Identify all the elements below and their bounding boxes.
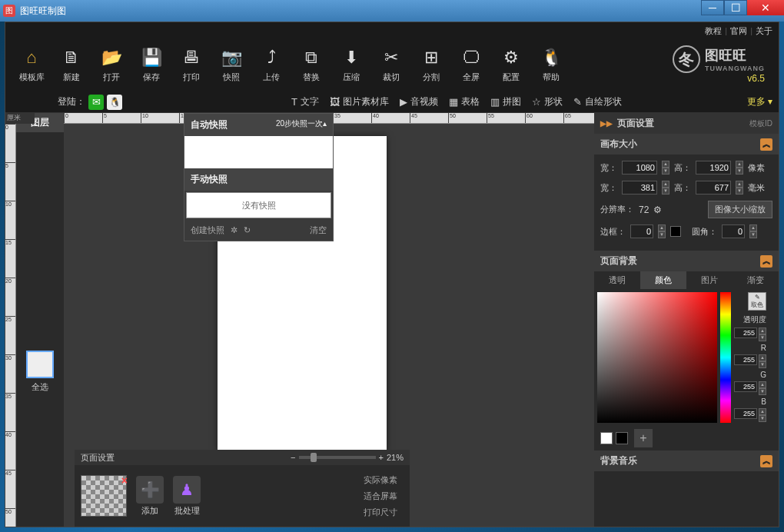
- music-title: 背景音乐: [600, 454, 637, 467]
- wechat-login-button[interactable]: ✉: [88, 95, 104, 110]
- save-button[interactable]: 💾保存: [131, 42, 171, 88]
- border-spinner[interactable]: ▲▼: [658, 224, 666, 238]
- radius-spinner[interactable]: ▲▼: [749, 224, 757, 238]
- split-button[interactable]: ⊞分割: [411, 42, 451, 88]
- g-input[interactable]: [734, 381, 757, 392]
- secondary-toolbar: 登陆： ✉ 🐧 T文字🖼图片素材库▶音视频▦表格▥拼图☆形状✎自绘形状 更多 ▾: [5, 91, 779, 113]
- audio-video-button[interactable]: ▶音视频: [400, 95, 438, 108]
- hue-slider[interactable]: [720, 292, 731, 423]
- page-thumbnail[interactable]: ×: [81, 475, 127, 517]
- snapshot-button[interactable]: 📷快照: [211, 42, 251, 88]
- radius-input[interactable]: [722, 224, 745, 238]
- compress-button[interactable]: ⬇压缩: [331, 42, 371, 88]
- template-lib-button[interactable]: ⌂模板库: [12, 42, 51, 88]
- auto-snapshot-header: 自动快照: [191, 118, 228, 131]
- layers-list: 全选: [16, 132, 64, 527]
- table-button[interactable]: ▦表格: [449, 95, 480, 108]
- help-button[interactable]: 🐧帮助: [531, 42, 571, 88]
- view-mode-option[interactable]: 适合屏幕: [364, 490, 397, 502]
- height-label: 高：: [674, 162, 691, 174]
- border-color-swatch[interactable]: [670, 226, 681, 237]
- app-icon: 图: [3, 5, 15, 17]
- dpi-gear-icon[interactable]: ⚙: [653, 204, 662, 215]
- clear-snapshots-button[interactable]: 清空: [310, 224, 327, 236]
- zoom-out-button[interactable]: −: [291, 453, 295, 462]
- puzzle-button[interactable]: ▥拼图: [490, 95, 521, 108]
- fullscreen-button[interactable]: 🖵全屏: [451, 42, 491, 88]
- collapse-music-icon[interactable]: ︽: [760, 455, 772, 467]
- page-strip: × ➕ 添加 ♟ 批处理 实际像素适合屏幕打印尺寸: [75, 465, 410, 527]
- view-mode-option[interactable]: 实际像素: [364, 474, 397, 486]
- delete-page-icon[interactable]: ×: [121, 474, 128, 487]
- view-mode-option[interactable]: 打印尺寸: [364, 507, 397, 518]
- close-button[interactable]: ✕: [747, 0, 784, 15]
- eyedropper-button[interactable]: ✎取色: [748, 292, 766, 311]
- tab-gradient[interactable]: 渐变: [733, 271, 779, 289]
- snapshot-refresh-icon[interactable]: ↻: [244, 225, 251, 235]
- layer-thumbnail[interactable]: [26, 351, 54, 378]
- background-tabs: 透明 颜色 图片 渐变: [594, 271, 779, 289]
- text-button[interactable]: T文字: [291, 95, 319, 108]
- tutorial-link[interactable]: 教程: [705, 25, 722, 37]
- print-button[interactable]: 🖶打印: [171, 42, 211, 88]
- more-button[interactable]: 更多 ▾: [747, 95, 772, 108]
- width-px-input[interactable]: [622, 161, 657, 175]
- create-snapshot-button[interactable]: 创建快照: [191, 224, 224, 236]
- shape-button[interactable]: ☆形状: [532, 95, 563, 108]
- auto-snapshot-body: [184, 136, 333, 168]
- maximize-button[interactable]: ☐: [724, 0, 747, 15]
- collapse-arrow-icon[interactable]: ▶▶: [600, 119, 613, 128]
- open-button[interactable]: 📂打开: [91, 42, 131, 88]
- tab-transparent[interactable]: 透明: [594, 271, 640, 289]
- auto-snapshot-setting[interactable]: 20步快照一次▴: [276, 118, 327, 131]
- width-mm-spinner[interactable]: ▲▼: [662, 181, 669, 195]
- upload-button[interactable]: ⤴上传: [251, 42, 291, 88]
- height-mm-input[interactable]: [696, 181, 731, 195]
- zoom-slider[interactable]: [299, 456, 376, 459]
- tab-image[interactable]: 图片: [686, 271, 733, 289]
- radius-label: 圆角：: [692, 226, 717, 238]
- height-px-input[interactable]: [696, 161, 731, 175]
- opacity-input[interactable]: [734, 328, 757, 338]
- tab-color[interactable]: 颜色: [640, 271, 686, 289]
- freehand-button[interactable]: ✎自绘形状: [573, 95, 622, 108]
- add-swatch-button[interactable]: +: [634, 429, 653, 447]
- height-px-spinner[interactable]: ▲▼: [736, 161, 743, 175]
- new-button[interactable]: 🗎新建: [51, 42, 91, 88]
- brand-logo: 冬 图旺旺 TUWANGWANG v6.5: [673, 45, 772, 84]
- config-button[interactable]: ⚙配置: [491, 42, 531, 88]
- swatch-white[interactable]: [600, 432, 613, 444]
- border-input[interactable]: [630, 224, 653, 238]
- width-px-spinner[interactable]: ▲▼: [662, 161, 669, 175]
- b-input[interactable]: [734, 408, 757, 419]
- select-all-button[interactable]: 全选: [19, 381, 61, 393]
- snapshot-gear-icon[interactable]: ✲: [231, 225, 238, 235]
- replace-button[interactable]: ⧉替换: [291, 42, 331, 88]
- template-id-label[interactable]: 模板ID: [749, 118, 772, 129]
- minimize-button[interactable]: ─: [701, 0, 724, 15]
- collapse-section-icon[interactable]: ︽: [760, 138, 772, 151]
- swatch-black[interactable]: [616, 432, 628, 444]
- image-lib-button[interactable]: 🖼图片素材库: [330, 95, 389, 108]
- b-label: B: [761, 397, 766, 406]
- image-scale-button[interactable]: 图像大小缩放: [708, 201, 772, 218]
- snapshot-popup: 自动快照 20步快照一次▴ 手动快照 没有快照 创建快照 ✲ ↻ 清空: [184, 113, 334, 241]
- page-settings-header: 页面设置: [617, 117, 654, 130]
- official-link[interactable]: 官网: [730, 25, 747, 37]
- add-page-button[interactable]: ➕ 添加: [136, 476, 164, 517]
- qq-login-button[interactable]: 🐧: [107, 95, 122, 110]
- collapse-bg-icon[interactable]: ︽: [760, 255, 772, 268]
- r-input[interactable]: [734, 354, 757, 365]
- g-label: G: [760, 371, 766, 379]
- dpi-value: 72: [639, 204, 649, 215]
- batch-process-button[interactable]: ♟ 批处理: [173, 476, 201, 517]
- width-mm-input[interactable]: [622, 181, 657, 195]
- zoom-in-button[interactable]: +: [379, 453, 384, 462]
- saturation-value-box[interactable]: [597, 292, 717, 423]
- ruler-unit-label: 厘米: [5, 113, 35, 124]
- page-settings-label[interactable]: 页面设置: [81, 452, 115, 464]
- height-mm-spinner[interactable]: ▲▼: [736, 181, 743, 195]
- px-unit: 像素: [748, 162, 765, 174]
- about-link[interactable]: 关于: [756, 25, 772, 37]
- cut-button[interactable]: ✂裁切: [371, 42, 411, 88]
